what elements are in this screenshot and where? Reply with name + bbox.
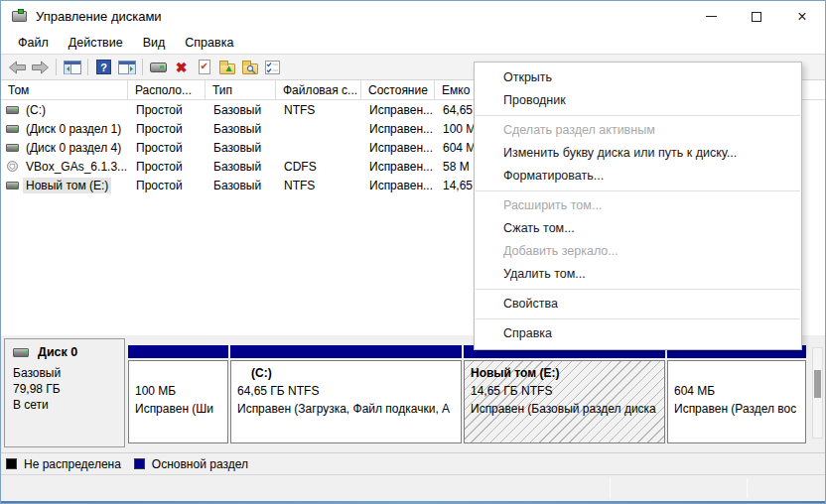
volume-status: Исправен... — [361, 103, 435, 117]
disk-graph-pane: Диск 0 Базовый 79,98 ГБ В сети 100 МБ Ис… — [1, 335, 825, 452]
menu-item-change-drive-letter[interactable]: Изменить букву диска или путь к диску... — [475, 142, 801, 165]
menu-item-extend-volume: Расширить том... — [475, 194, 801, 217]
partition-status: Исправен (Раздел вос — [674, 400, 799, 418]
partition-name — [135, 364, 221, 382]
folder-search-icon — [242, 63, 258, 74]
volume-fs: CDFS — [276, 160, 361, 174]
check-document-button[interactable]: ✔ — [193, 56, 215, 78]
volume-type: Базовый — [206, 141, 276, 155]
minimize-icon — [706, 16, 717, 17]
forward-button[interactable] — [29, 56, 52, 78]
legend-bar: Не распределена Основной раздел — [1, 452, 825, 474]
menu-item-mark-partition-active: Сделать раздел активным — [475, 119, 801, 142]
maximize-button[interactable] — [734, 1, 779, 32]
disk-name: Диск 0 — [38, 345, 77, 359]
disk-properties-button[interactable] — [147, 56, 170, 78]
volume-type: Базовый — [206, 160, 276, 174]
menu-view[interactable]: Вид — [133, 34, 176, 52]
volume-layout: Простой — [128, 179, 206, 192]
drive-icon — [6, 125, 19, 133]
title-bar: Управление дисками × — [1, 1, 825, 32]
task-list-icon — [265, 61, 280, 74]
partition-size: 64,65 ГБ NTFS — [237, 382, 455, 400]
console-tree-icon — [64, 61, 81, 74]
back-arrow-icon — [8, 61, 27, 74]
volume-type: Базовый — [206, 103, 276, 117]
scrollbar-thumb[interactable] — [814, 370, 821, 398]
drive-icon — [6, 144, 19, 152]
back-button[interactable] — [6, 56, 29, 78]
volume-name: VBox_GAs_6.1.3... — [23, 159, 128, 175]
volume-fs: NTFS — [276, 179, 361, 192]
unallocated-swatch — [6, 458, 17, 469]
primary-partition-swatch — [134, 458, 145, 469]
menu-separator — [476, 289, 800, 290]
partition-new-volume-e[interactable]: Новый том (E:) 14,65 ГБ NTFS Исправен (Б… — [464, 345, 665, 447]
partition-name — [674, 364, 799, 382]
disk-properties-icon — [150, 63, 167, 72]
help-button[interactable]: ? — [92, 56, 115, 78]
partition-status: Исправен (Загрузка, Файл подкачки, А — [237, 400, 455, 418]
statusbar-divider — [747, 478, 748, 498]
toolbar-separator — [142, 59, 143, 75]
volume-status: Исправен... — [361, 160, 435, 174]
partition-system-100mb[interactable]: 100 МБ Исправен (Ши — [128, 345, 228, 447]
legend-primary-partition: Основной раздел — [134, 457, 248, 471]
menu-help[interactable]: Справка — [175, 34, 243, 52]
folder-up-button[interactable]: ▲ — [215, 56, 238, 78]
menu-separator — [476, 115, 800, 116]
menu-item-open[interactable]: Открыть — [475, 66, 801, 89]
volume-status: Исправен... — [361, 122, 435, 136]
volume-context-menu: Открыть Проводник Сделать раздел активны… — [474, 62, 802, 350]
disk-icon — [13, 348, 29, 357]
column-header-layout[interactable]: Располо... — [128, 80, 206, 100]
partition-size: 14,65 ГБ NTFS — [471, 382, 658, 400]
menu-item-properties[interactable]: Свойства — [475, 293, 801, 315]
close-button[interactable]: × — [779, 1, 825, 32]
menu-item-help[interactable]: Справка — [475, 322, 801, 345]
window-title: Управление дисками — [36, 9, 162, 24]
task-list-button[interactable] — [261, 56, 284, 78]
disk-type: Базовый — [13, 365, 117, 381]
console-tree-button[interactable] — [61, 56, 83, 78]
column-header-type[interactable]: Тип — [206, 80, 276, 100]
menu-separator — [476, 318, 800, 319]
help-icon: ? — [96, 60, 111, 74]
menu-action[interactable]: Действие — [59, 34, 133, 52]
folder-up-icon: ▲ — [219, 63, 235, 74]
menu-item-format[interactable]: Форматировать... — [475, 165, 801, 188]
action-pane-icon — [118, 61, 136, 74]
volume-fs: NTFS — [276, 103, 361, 117]
volume-name: (Диск 0 раздел 4) — [23, 140, 124, 156]
column-header-volume[interactable]: Том — [1, 80, 128, 100]
partition-c[interactable]: (C:) 64,65 ГБ NTFS Исправен (Загрузка, Ф… — [230, 345, 462, 447]
action-pane-button[interactable] — [115, 56, 138, 78]
window-bottom-border — [1, 501, 825, 503]
folder-search-button[interactable] — [238, 56, 261, 78]
partition-recovery-604mb[interactable]: 604 МБ Исправен (Раздел вос — [667, 345, 806, 447]
volume-name: Новый том (E:) — [23, 178, 111, 193]
volume-name: (C:) — [23, 102, 49, 118]
vertical-scrollbar[interactable] — [812, 347, 823, 439]
toolbar-separator — [87, 59, 88, 75]
disk-status: В сети — [13, 397, 117, 413]
cd-icon — [7, 161, 18, 172]
column-header-filesystem[interactable]: Файловая с... — [276, 80, 361, 100]
column-header-status[interactable]: Состояние — [361, 80, 435, 100]
menu-item-shrink-volume[interactable]: Сжать том... — [475, 217, 801, 240]
disk0-info-block[interactable]: Диск 0 Базовый 79,98 ГБ В сети — [4, 338, 125, 447]
menu-separator — [476, 190, 800, 191]
menu-file[interactable]: Файл — [8, 34, 59, 52]
minimize-button[interactable] — [688, 1, 734, 32]
legend-unallocated: Не распределена — [6, 457, 121, 471]
delete-button[interactable]: ✖ — [170, 56, 193, 78]
partition-name: Новый том (E:) — [471, 364, 658, 382]
drive-icon — [6, 182, 19, 189]
partition-size: 604 МБ — [674, 382, 799, 400]
partition-header-strip — [128, 345, 228, 358]
menu-item-explorer[interactable]: Проводник — [475, 89, 801, 112]
volume-layout: Простой — [128, 122, 206, 136]
close-icon: × — [797, 9, 806, 25]
check-document-icon: ✔ — [199, 60, 210, 74]
menu-item-delete-volume[interactable]: Удалить том... — [475, 263, 801, 286]
